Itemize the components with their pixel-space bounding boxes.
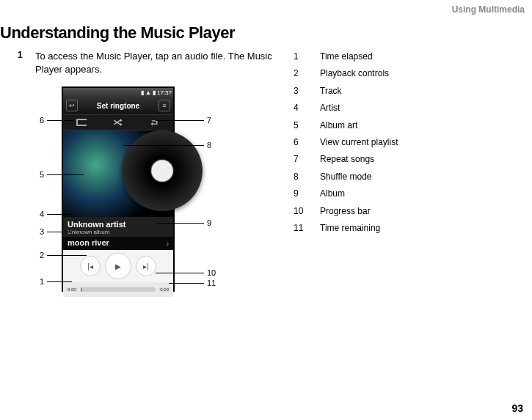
track-band[interactable]: moon river ›	[63, 237, 173, 250]
step-number: 1	[18, 50, 23, 60]
title-bar: ↩ Set ringtone ≡	[63, 97, 173, 114]
album-label: Unknown album	[68, 229, 169, 235]
time-elapsed: 0:00	[66, 287, 78, 292]
time-remaining: 0:00	[158, 287, 170, 292]
artist-label: Unknown artist	[68, 220, 169, 229]
legend-row: 6View current playlist	[294, 134, 398, 151]
legend-row: 8Shuffle mode	[294, 169, 398, 185]
legend-row: 4Artist	[294, 100, 398, 117]
play-button[interactable]: ▶	[105, 253, 131, 279]
legend-row: 3Track	[294, 83, 398, 100]
progress-bar[interactable]	[81, 287, 156, 292]
legend-row: 11Time remaining	[294, 220, 398, 237]
legend-row: 2Playback controls	[294, 65, 398, 82]
record-graphic	[122, 130, 203, 211]
step-text: To access the Music Player, tap an audio…	[35, 50, 277, 76]
repeat-icon[interactable]	[150, 116, 160, 129]
status-time: 17:37	[157, 89, 172, 96]
legend-row: 7Repeat songs	[294, 151, 398, 168]
status-bar: ▮ ▲ ▮ 17:37	[63, 88, 173, 97]
wifi-icon: ▲	[145, 89, 151, 96]
battery-icon: ▮	[153, 89, 156, 96]
back-icon[interactable]: ↩	[66, 100, 78, 111]
toolbar	[63, 114, 173, 130]
progress-area: 0:00 0:00	[63, 282, 173, 297]
list-icon[interactable]: ≡	[158, 100, 170, 111]
shuffle-icon[interactable]	[113, 116, 123, 129]
info-band: Unknown artist Unknown album	[63, 217, 173, 237]
previous-button[interactable]: |◂	[80, 256, 101, 276]
page-title: Understanding the Music Player	[0, 23, 235, 43]
page-number: 93	[511, 402, 523, 414]
legend-row: 5Album art	[294, 117, 398, 134]
legend-row: 1Time elapsed	[294, 48, 398, 65]
music-player-screenshot: ▮ ▲ ▮ 17:37 ↩ Set ringtone ≡ Unknown art…	[62, 86, 175, 292]
screen-title: Set ringtone	[97, 102, 139, 110]
track-label: moon river	[68, 238, 169, 247]
album-art[interactable]	[63, 130, 173, 217]
next-button[interactable]: ▸|	[136, 256, 156, 276]
chapter-label: Using Multimedia	[452, 4, 525, 15]
legend: 1Time elapsed 2Playback controls 3Track …	[294, 48, 398, 237]
legend-row: 9Album	[294, 185, 398, 202]
progress-fill	[81, 287, 82, 292]
legend-row: 10Progress bar	[294, 203, 398, 220]
playlist-icon[interactable]	[76, 119, 87, 126]
signal-icon: ▮	[141, 89, 144, 96]
chevron-right-icon: ›	[167, 240, 169, 248]
